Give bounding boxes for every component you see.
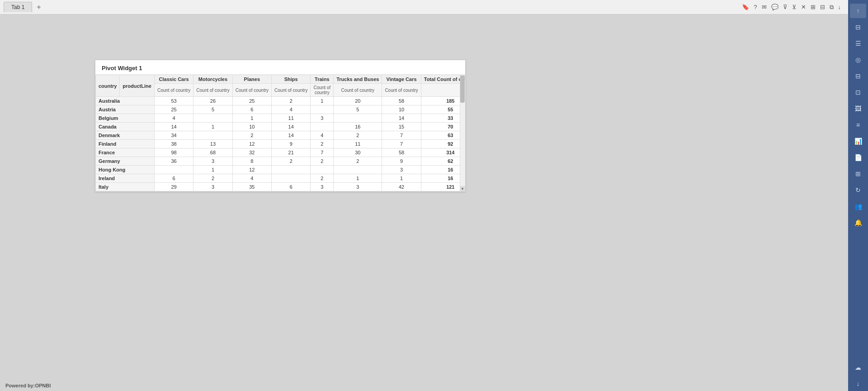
cell-vintage_cars[interactable]: 14 [382, 114, 421, 123]
cell-motorcycles[interactable]: 3 [193, 157, 232, 166]
sidebar-icon-sheet[interactable]: ⊡ [850, 85, 866, 100]
cell-trucks_buses[interactable]: 16 [334, 123, 382, 131]
cell-motorcycles[interactable]: 3 [193, 183, 232, 191]
cell-vintage_cars[interactable]: 15 [382, 123, 421, 131]
cell-planes[interactable]: 32 [232, 148, 271, 157]
settings-icon[interactable]: ✕ [801, 4, 806, 10]
scrollbar[interactable]: ▲ ▼ [460, 75, 465, 191]
sidebar-icon-image[interactable]: 🖼 [850, 101, 866, 116]
cell-motorcycles[interactable]: 13 [193, 140, 232, 148]
cell-trains[interactable] [311, 123, 334, 131]
cell-classic_cars[interactable]: 25 [154, 105, 193, 114]
cell-trucks_buses[interactable]: 3 [334, 183, 382, 191]
cell-vintage_cars[interactable]: 1 [382, 174, 421, 183]
cell-planes[interactable]: 2 [232, 131, 271, 140]
cell-trains[interactable]: 7 [311, 148, 334, 157]
sidebar-icon-down[interactable]: ↓ [850, 377, 866, 391]
cell-trains[interactable]: 3 [311, 183, 334, 191]
cell-planes[interactable]: 12 [232, 140, 271, 148]
scrollbar-thumb[interactable] [460, 76, 465, 103]
cell-classic_cars[interactable]: 98 [154, 148, 193, 157]
cell-ships[interactable] [272, 174, 311, 183]
cell-motorcycles[interactable] [193, 131, 232, 140]
cell-classic_cars[interactable]: 34 [154, 131, 193, 140]
sidebar-icon-doc2[interactable]: 📄 [850, 150, 866, 165]
cell-classic_cars[interactable]: 4 [154, 114, 193, 123]
scroll-down-button[interactable]: ▼ [460, 186, 465, 191]
cell-planes[interactable]: 1 [232, 114, 271, 123]
cell-trains[interactable]: 2 [311, 157, 334, 166]
cell-trucks_buses[interactable]: 2 [334, 157, 382, 166]
cell-ships[interactable]: 2 [272, 157, 311, 166]
cell-vintage_cars[interactable]: 58 [382, 148, 421, 157]
cell-trains[interactable] [311, 105, 334, 114]
cell-ships[interactable]: 21 [272, 148, 311, 157]
cell-motorcycles[interactable] [193, 114, 232, 123]
cell-classic_cars[interactable]: 14 [154, 123, 193, 131]
cell-vintage_cars[interactable]: 7 [382, 131, 421, 140]
cell-ships[interactable]: 11 [272, 114, 311, 123]
cell-classic_cars[interactable]: 53 [154, 97, 193, 105]
sidebar-icon-pages[interactable]: ⊟ [850, 20, 866, 34]
cell-vintage_cars[interactable]: 3 [382, 166, 421, 174]
cell-trains[interactable]: 4 [311, 131, 334, 140]
cell-planes[interactable]: 35 [232, 183, 271, 191]
funnel-icon[interactable]: ⊻ [792, 4, 797, 10]
filter-icon[interactable]: ⊽ [783, 4, 788, 10]
cell-ships[interactable]: 9 [272, 140, 311, 148]
sidebar-icon-alert[interactable]: 🔔 [850, 215, 866, 230]
cell-trains[interactable]: 3 [311, 114, 334, 123]
cell-trucks_buses[interactable]: 1 [334, 174, 382, 183]
cell-planes[interactable]: 6 [232, 105, 271, 114]
cell-vintage_cars[interactable]: 7 [382, 140, 421, 148]
sidebar-icon-chart[interactable]: 📊 [850, 134, 866, 148]
cell-trucks_buses[interactable]: 2 [334, 131, 382, 140]
sidebar-icon-up[interactable]: ↑ [850, 4, 866, 18]
sidebar-icon-target[interactable]: ◎ [850, 52, 866, 67]
tab-add-button[interactable]: + [34, 3, 43, 11]
sidebar-icon-table[interactable]: ⊟ [850, 69, 866, 83]
cell-planes[interactable]: 10 [232, 123, 271, 131]
sidebar-icon-users[interactable]: 👥 [850, 199, 866, 214]
cell-trucks_buses[interactable] [334, 166, 382, 174]
cell-classic_cars[interactable]: 6 [154, 174, 193, 183]
cell-ships[interactable]: 6 [272, 183, 311, 191]
cell-motorcycles[interactable]: 68 [193, 148, 232, 157]
display-icon[interactable]: ⊟ [820, 4, 825, 10]
cell-motorcycles[interactable]: 1 [193, 123, 232, 131]
help-icon[interactable]: ? [754, 4, 757, 10]
sidebar-icon-list[interactable]: ≡ [850, 118, 866, 132]
cell-planes[interactable]: 8 [232, 157, 271, 166]
comment-icon[interactable]: 💬 [771, 4, 778, 10]
bookmark-icon[interactable]: 🔖 [742, 4, 749, 10]
cell-ships[interactable]: 4 [272, 105, 311, 114]
tab-1[interactable]: Tab 1 [4, 2, 32, 12]
cell-trains[interactable]: 2 [311, 174, 334, 183]
cell-vintage_cars[interactable]: 9 [382, 157, 421, 166]
cell-motorcycles[interactable]: 2 [193, 174, 232, 183]
cell-planes[interactable]: 12 [232, 166, 271, 174]
cell-trucks_buses[interactable] [334, 114, 382, 123]
cell-trucks_buses[interactable]: 5 [334, 105, 382, 114]
sidebar-icon-doc[interactable]: ☰ [850, 36, 866, 51]
cell-ships[interactable]: 14 [272, 131, 311, 140]
cell-trucks_buses[interactable]: 11 [334, 140, 382, 148]
cell-planes[interactable]: 4 [232, 174, 271, 183]
cell-motorcycles[interactable]: 5 [193, 105, 232, 114]
cell-trucks_buses[interactable]: 20 [334, 97, 382, 105]
cell-motorcycles[interactable]: 1 [193, 166, 232, 174]
cell-trains[interactable] [311, 166, 334, 174]
cell-ships[interactable] [272, 166, 311, 174]
cell-vintage_cars[interactable]: 58 [382, 97, 421, 105]
cell-motorcycles[interactable]: 26 [193, 97, 232, 105]
mail-icon[interactable]: ✉ [762, 4, 767, 10]
cell-trains[interactable]: 2 [311, 140, 334, 148]
cell-vintage_cars[interactable]: 10 [382, 105, 421, 114]
download-icon[interactable]: ↓ [838, 4, 841, 10]
copy-icon[interactable]: ⧉ [830, 4, 834, 11]
cell-ships[interactable]: 14 [272, 123, 311, 131]
cell-trains[interactable]: 1 [311, 97, 334, 105]
cell-classic_cars[interactable] [154, 166, 193, 174]
grid-icon[interactable]: ⊞ [811, 4, 816, 10]
cell-trucks_buses[interactable]: 30 [334, 148, 382, 157]
